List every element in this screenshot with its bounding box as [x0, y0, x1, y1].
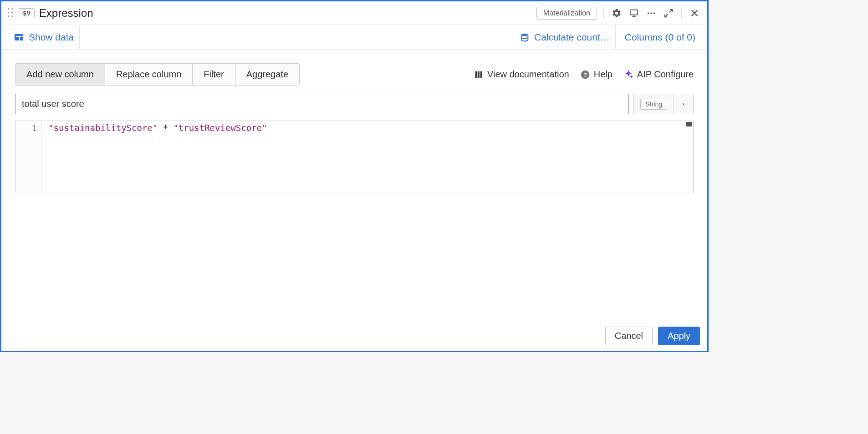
column-name-input[interactable]	[15, 94, 629, 114]
tab-add-column[interactable]: Add new column	[15, 64, 105, 85]
tab-replace-column[interactable]: Replace column	[105, 64, 193, 85]
aip-configure-link[interactable]: AIP Configure	[623, 69, 694, 80]
view-documentation-link[interactable]: View documentation	[474, 69, 569, 80]
expression-panel: $V Expression Materialization Show data	[0, 0, 709, 352]
svg-point-4	[650, 12, 652, 14]
mode-tabs: Add new column Replace column Filter Agg…	[15, 63, 300, 86]
panel-header: $V Expression Materialization	[1, 1, 707, 25]
divider	[681, 8, 682, 19]
help-label: Help	[594, 69, 613, 80]
editor-gutter: 1	[15, 121, 42, 193]
svg-point-3	[648, 12, 649, 14]
tab-filter[interactable]: Filter	[193, 64, 235, 85]
help-link[interactable]: ? Help	[580, 69, 613, 80]
columns-label: Columns (0 of 0)	[625, 32, 695, 43]
svg-rect-0	[630, 10, 638, 15]
panel-subheader: Show data Calculate count… Columns (0 of…	[1, 25, 707, 50]
more-icon[interactable]	[645, 7, 658, 20]
calculate-count-label: Calculate count…	[534, 32, 610, 43]
token-string: "sustainabilityScore"	[48, 123, 158, 133]
show-data-button[interactable]: Show data	[8, 25, 80, 49]
editor-content[interactable]: "sustainabilityScore" * "trustReviewScor…	[42, 121, 693, 193]
panel-body: Add new column Replace column Filter Agg…	[1, 50, 707, 321]
panel-footer: Cancel Apply	[1, 321, 707, 351]
tab-aggregate[interactable]: Aggregate	[235, 64, 299, 85]
divider	[603, 8, 604, 19]
aip-configure-label: AIP Configure	[637, 69, 694, 80]
presentation-icon[interactable]	[628, 7, 640, 20]
svg-line-7	[665, 14, 668, 16]
chevron-down-icon	[674, 94, 693, 114]
type-select[interactable]: String	[633, 94, 694, 114]
panel-title: Expression	[39, 7, 93, 20]
svg-point-11	[521, 33, 528, 36]
svg-point-5	[654, 12, 655, 14]
gear-icon[interactable]	[610, 7, 623, 20]
drag-handle-icon[interactable]	[8, 8, 14, 18]
line-number: 1	[15, 123, 37, 133]
mode-row: Add new column Replace column Filter Agg…	[15, 63, 694, 86]
apply-button[interactable]: Apply	[658, 327, 700, 345]
calculate-count-button[interactable]: Calculate count…	[514, 25, 616, 49]
token-string: "trustReviewScore"	[174, 123, 267, 133]
scroll-marker	[686, 122, 692, 126]
variable-badge: $V	[19, 8, 35, 18]
type-badge: String	[640, 99, 667, 110]
materialization-button[interactable]: Materialization	[536, 7, 597, 20]
token-operator: *	[158, 123, 173, 133]
close-icon[interactable]	[688, 7, 701, 20]
svg-text:?: ?	[583, 71, 587, 78]
columns-button[interactable]: Columns (0 of 0)	[619, 25, 701, 49]
column-config-row: String	[15, 94, 694, 114]
cancel-button[interactable]: Cancel	[605, 327, 653, 345]
view-documentation-label: View documentation	[487, 69, 569, 80]
svg-line-6	[669, 9, 672, 12]
expression-editor[interactable]: 1 "sustainabilityScore" * "trustReviewSc…	[15, 121, 694, 193]
expand-icon[interactable]	[662, 7, 675, 20]
show-data-label: Show data	[29, 32, 74, 43]
